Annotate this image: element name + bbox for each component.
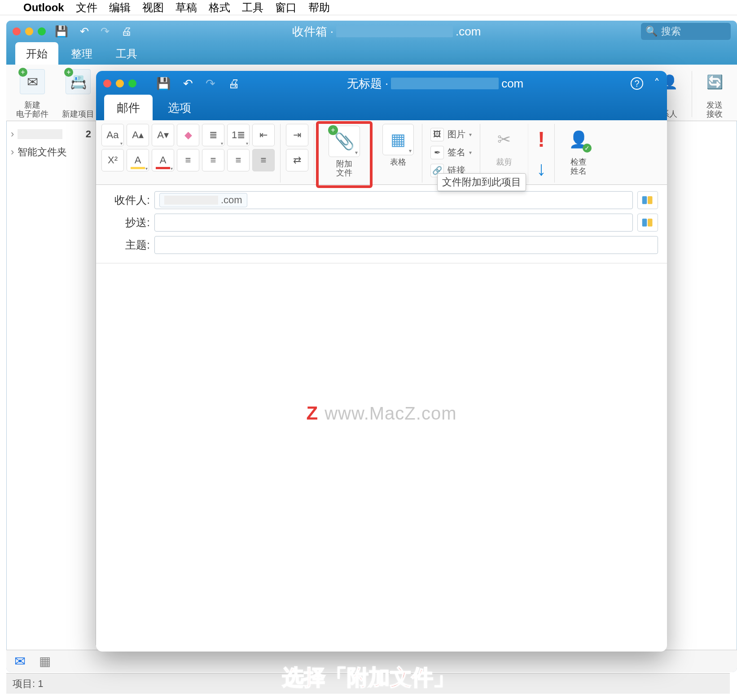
align-justify-icon[interactable]: ≡: [252, 149, 275, 171]
recipient-chip[interactable]: .com: [159, 193, 247, 207]
high-priority-icon[interactable]: !: [538, 127, 545, 152]
bullet-list-icon[interactable]: ≣▾: [202, 124, 224, 146]
superscript-icon[interactable]: X²: [101, 149, 124, 171]
indent-icon[interactable]: ⇥: [286, 124, 308, 146]
undo-icon[interactable]: ↶: [80, 25, 89, 38]
minimize-icon[interactable]: [116, 79, 124, 88]
cc-addressbook-button[interactable]: [637, 214, 658, 232]
align-left-icon[interactable]: ≡: [177, 149, 199, 171]
print-icon[interactable]: 🖨: [228, 77, 240, 91]
mac-menubar: Outlook 文件 编辑 视图 草稿 格式 工具 窗口 帮助: [0, 0, 737, 15]
mac-menu-file[interactable]: 文件: [76, 0, 97, 15]
main-search-box[interactable]: 🔍 搜索: [641, 23, 731, 40]
mac-menu-window[interactable]: 窗口: [275, 0, 297, 15]
align-right-icon[interactable]: ≡: [227, 149, 250, 171]
mac-menu-help[interactable]: 帮助: [308, 0, 330, 15]
outdent-icon[interactable]: ⇤: [252, 124, 275, 146]
ribbon-attach-label: 附加 文件: [336, 160, 352, 178]
tab-organize[interactable]: 整理: [60, 42, 103, 65]
font-size-increase[interactable]: A▴: [127, 124, 149, 146]
envelope-icon: +✉: [20, 69, 45, 94]
ribbon-picture[interactable]: 🖼图片 ▾: [430, 128, 472, 141]
save-icon[interactable]: 💾: [55, 25, 68, 38]
ribbon-send-receive[interactable]: 🔄 发送 接收: [698, 69, 731, 119]
svg-rect-1: [648, 196, 653, 204]
mac-menu-format[interactable]: 格式: [209, 0, 230, 15]
sidebar-account-row[interactable]: › 2: [9, 126, 93, 143]
help-icon[interactable]: ?: [631, 77, 643, 90]
sidebar-smart-folder[interactable]: › 智能文件夹: [9, 143, 93, 162]
text-direction-icon[interactable]: ⇄: [286, 149, 308, 171]
picture-icon: 🖼: [430, 128, 444, 141]
format-toolbar: Aa▾ A▴ A▾ ◆ ≣▾ 1≣▾ ⇤ X² A▾ A▾ ≡ ≡ ≡ ≡: [101, 124, 281, 183]
clear-format-icon[interactable]: ◆: [177, 124, 199, 146]
sidebar-account-redacted: [18, 129, 62, 139]
undo-icon[interactable]: ↶: [183, 77, 193, 91]
svg-rect-0: [642, 196, 647, 204]
check-names-icon: 👤✓: [563, 124, 594, 155]
number-list-icon[interactable]: 1≣▾: [227, 124, 250, 146]
ribbon-attach-file[interactable]: + 📎▾ 附加 文件: [320, 126, 368, 178]
tutorial-caption: 选择「附加文件」: [0, 663, 737, 692]
tab-mail[interactable]: 邮件: [104, 95, 153, 120]
ribbon-picture-label: 图片: [447, 128, 465, 140]
subject-input[interactable]: [154, 236, 658, 254]
signature-icon: ✒: [430, 146, 444, 159]
to-label: 收件人:: [105, 193, 154, 207]
subject-label: 主题:: [105, 238, 154, 252]
to-addressbook-button[interactable]: [637, 191, 658, 209]
mac-menu-edit[interactable]: 编辑: [109, 0, 131, 15]
close-icon[interactable]: [13, 27, 21, 35]
highlight-color-icon[interactable]: A▾: [127, 149, 149, 171]
font-color-icon[interactable]: A▾: [152, 149, 174, 171]
redo-icon[interactable]: ↷: [101, 25, 110, 38]
ribbon-new-item[interactable]: +📇 新建项目: [58, 69, 98, 119]
font-picker[interactable]: Aa▾: [101, 124, 124, 146]
ribbon-check-names-label: 检查 姓名: [570, 158, 587, 176]
recipient-chip-suffix: .com: [221, 194, 242, 206]
redo-icon[interactable]: ↷: [206, 77, 215, 91]
ribbon-table[interactable]: ▦▾ 表格: [374, 124, 422, 183]
align-center-icon[interactable]: ≡: [202, 149, 224, 171]
compose-ribbon-tabs: 邮件 选项: [96, 96, 667, 120]
font-size-decrease[interactable]: A▾: [152, 124, 174, 146]
compose-window: 💾 ↶ ↷ 🖨 无标题 · com ? ˄ 邮件 选项 Aa▾ A▴ A▾ ◆ …: [96, 71, 667, 652]
zoom-icon[interactable]: [38, 27, 46, 35]
mac-menu-draft[interactable]: 草稿: [175, 0, 197, 15]
ribbon-signature[interactable]: ✒签名 ▾: [430, 146, 472, 159]
ribbon-check-names[interactable]: 👤✓ 检查 姓名: [555, 124, 602, 183]
close-icon[interactable]: [103, 79, 111, 88]
ribbon-new-email[interactable]: +✉ 新建 电子邮件: [13, 69, 52, 119]
main-ribbon-tabs: 开始 整理 工具: [6, 42, 737, 65]
compose-title-prefix: 无标题 ·: [347, 76, 388, 92]
compose-traffic-lights: [103, 79, 136, 88]
cc-input[interactable]: [154, 214, 633, 232]
tab-options[interactable]: 选项: [155, 95, 204, 120]
crop-icon: ✂: [488, 124, 520, 155]
attach-tooltip: 文件附加到此项目: [437, 173, 526, 191]
print-icon[interactable]: 🖨: [121, 25, 132, 38]
addressbook-icon: [641, 195, 654, 206]
zoom-icon[interactable]: [128, 79, 136, 88]
ribbon-signature-label: 签名: [447, 146, 465, 158]
mac-menu-tools[interactable]: 工具: [242, 0, 263, 15]
minimize-icon[interactable]: [25, 27, 33, 35]
to-input[interactable]: .com: [154, 191, 633, 209]
attach-file-highlight: + 📎▾ 附加 文件: [316, 121, 373, 188]
main-titlebar: 💾 ↶ ↷ 🖨 收件箱 · .com 🔍 搜索: [6, 21, 737, 42]
ribbon-priority: ! ↓: [528, 124, 555, 183]
table-icon: ▦▾: [382, 124, 414, 155]
collapse-ribbon-icon[interactable]: ˄: [654, 77, 660, 91]
save-icon[interactable]: 💾: [156, 77, 171, 91]
cc-label: 抄送:: [105, 215, 154, 230]
compose-title-suffix: com: [501, 77, 523, 91]
main-window-title-account-redacted: [336, 26, 453, 37]
addressbook-icon: [641, 217, 654, 228]
mac-menu-view[interactable]: 视图: [142, 0, 164, 15]
low-priority-icon[interactable]: ↓: [536, 158, 546, 180]
tab-tools[interactable]: 工具: [105, 42, 148, 65]
tab-start[interactable]: 开始: [15, 42, 58, 65]
mac-app-name[interactable]: Outlook: [23, 1, 64, 14]
sidebar-unread-badge: 2: [86, 128, 91, 140]
compose-titlebar: 💾 ↶ ↷ 🖨 无标题 · com ? ˄: [96, 71, 667, 96]
